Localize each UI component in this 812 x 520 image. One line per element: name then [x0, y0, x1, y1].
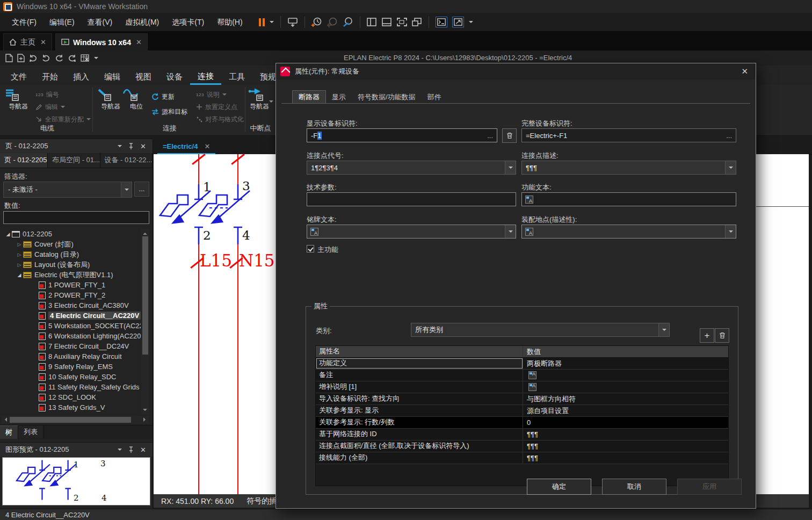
- undo-list-icon[interactable]: [42, 54, 50, 62]
- connection-update-button[interactable]: 更新: [151, 91, 175, 102]
- expander-icon[interactable]: ▷: [16, 242, 23, 247]
- dialog-tab[interactable]: 断路器: [292, 90, 326, 104]
- expander-icon[interactable]: ▷: [16, 252, 23, 257]
- properties-row[interactable]: 关联参考显示: 显示源自项目设置: [316, 405, 728, 417]
- breaker-symbol-f1[interactable]: [154, 176, 282, 251]
- open-page-icon[interactable]: [17, 54, 25, 62]
- tree-item[interactable]: 11 Safety Relay_Safety Grids: [1, 382, 141, 392]
- dock-tab-tree[interactable]: 树: [0, 425, 18, 439]
- tree-item[interactable]: ◢Electric (电气原理图V1.1): [1, 270, 141, 280]
- place-definition-point-button[interactable]: 放置定义点: [196, 102, 237, 112]
- filter-combobox[interactable]: - 未激活 -: [3, 182, 132, 198]
- delete-property-button[interactable]: [715, 328, 729, 343]
- align-format-button[interactable]: 对齐与格式化: [196, 114, 244, 125]
- dialog-close-icon[interactable]: ✕: [741, 67, 748, 76]
- take-snapshot-button[interactable]: [311, 17, 322, 27]
- unity-button[interactable]: [412, 18, 422, 27]
- suspend-button[interactable]: [259, 18, 265, 26]
- conn-desc-combobox[interactable]: ¶¶¶: [521, 161, 736, 175]
- pages-panel-menu-icon[interactable]: [118, 145, 122, 149]
- connection-description-button[interactable]: 123 说明: [196, 89, 227, 100]
- tab-home-close-icon[interactable]: ✕: [40, 38, 46, 46]
- property-name-cell[interactable]: 连接点截面积/直径 (全部,取决于设备标识符导入): [316, 440, 523, 452]
- property-name-cell[interactable]: 导入设备标识符: 查找方向: [316, 393, 523, 405]
- property-value-cell[interactable]: [523, 370, 728, 381]
- tree-item[interactable]: 6 Workstation Lighting(AC220: [1, 331, 141, 341]
- property-name-cell[interactable]: 备注: [316, 370, 523, 381]
- category-combobox[interactable]: 所有类别: [411, 323, 670, 337]
- property-value-cell[interactable]: ¶¶¶: [523, 429, 728, 440]
- ok-button[interactable]: 确定: [527, 479, 591, 495]
- vmware-menu-item[interactable]: 编辑(E): [43, 13, 81, 31]
- properties-row[interactable]: 备注: [316, 370, 728, 381]
- property-value-cell[interactable]: 两极断路器: [523, 358, 728, 369]
- preview-panel-close-icon[interactable]: ✕: [140, 446, 146, 454]
- pages-panel-tab[interactable]: 布局空间 - 01...: [48, 153, 100, 168]
- func-text-input[interactable]: [521, 192, 736, 206]
- show-library-button[interactable]: [367, 18, 377, 27]
- dialog-tab[interactable]: 显示: [326, 91, 352, 104]
- property-name-cell[interactable]: 接线能力 (全部): [316, 452, 523, 464]
- cancel-button[interactable]: 取消: [602, 479, 666, 495]
- engraving-combobox[interactable]: [307, 225, 516, 239]
- revert-snapshot-button[interactable]: [327, 17, 338, 27]
- scroll-down-icon[interactable]: [143, 409, 147, 413]
- tree-item[interactable]: 12 SDC_LOOK: [1, 392, 141, 402]
- tree-item[interactable]: ▷Catalog (目录): [1, 249, 141, 259]
- visible-dt-browse-button[interactable]: ...: [483, 132, 497, 140]
- properties-table[interactable]: 属性名 数值 功能定义两极断路器备注增补说明 [1]导入设备标识符: 查找方向与…: [315, 345, 729, 486]
- full-dt-browse-button[interactable]: ...: [722, 132, 736, 140]
- tree-item[interactable]: 4 Electric Circuit__AC220V: [1, 310, 141, 321]
- new-page-icon[interactable]: [5, 54, 13, 62]
- add-property-button[interactable]: +: [700, 328, 714, 343]
- preview-panel-menu-icon[interactable]: [118, 449, 122, 453]
- tree-item[interactable]: 1 POWER_FTY_1: [1, 280, 141, 290]
- tech-input[interactable]: [307, 192, 516, 206]
- property-value-cell[interactable]: [523, 381, 728, 393]
- properties-row[interactable]: 功能定义两极断路器: [316, 358, 728, 370]
- tree-item[interactable]: 8 Auxiliary Relay Circuit: [1, 351, 141, 362]
- dock-tab-list[interactable]: 列表: [18, 425, 44, 438]
- apply-button[interactable]: 应用: [677, 479, 742, 495]
- tree-item[interactable]: ▷Cover (封面): [1, 239, 141, 249]
- tab-home[interactable]: 主页 ✕: [3, 33, 52, 50]
- insert-table-icon[interactable]: [81, 54, 90, 62]
- vmware-menu-item[interactable]: 查看(V): [81, 13, 119, 31]
- ctrl-alt-del-button[interactable]: [287, 17, 298, 27]
- scroll-up-icon[interactable]: [143, 230, 147, 235]
- tab-electric-4[interactable]: =Electric/4 ✕: [157, 140, 215, 154]
- pages-panel-tab[interactable]: 设备 - 012-22...: [100, 153, 153, 168]
- property-value-cell[interactable]: ¶¶¶: [523, 440, 728, 452]
- graphical-preview[interactable]: 1 3 2 4: [2, 457, 150, 505]
- property-value-cell[interactable]: 0: [523, 417, 728, 428]
- fullscreen-button[interactable]: [397, 18, 407, 27]
- undo-icon[interactable]: [29, 54, 38, 62]
- properties-row[interactable]: 接线能力 (全部)¶¶¶: [316, 452, 728, 464]
- ribbon-tab[interactable]: 编辑: [97, 69, 128, 85]
- cable-reassign-button[interactable]: 全部重新分配: [35, 114, 91, 125]
- tree-vertical-scrollbar[interactable]: [141, 229, 149, 415]
- property-name-cell[interactable]: 关联参考显示: 行数/列数: [316, 417, 523, 428]
- property-name-cell[interactable]: 增补说明 [1]: [316, 381, 523, 393]
- property-value-cell[interactable]: ¶¶¶: [523, 452, 728, 464]
- connection-navigator-button[interactable]: 导航器: [97, 88, 125, 111]
- ribbon-tab[interactable]: 连接: [190, 69, 221, 85]
- preview-panel-pin-icon[interactable]: [128, 446, 134, 453]
- power-dropdown-icon[interactable]: [270, 21, 274, 25]
- tree-item[interactable]: 9 Safety Relay_EMS: [1, 362, 141, 372]
- ribbon-tab[interactable]: 文件: [3, 69, 34, 85]
- redo-list-icon[interactable]: [68, 54, 76, 62]
- property-value-cell[interactable]: 源自项目设置: [523, 405, 728, 416]
- fit-guest-button[interactable]: [452, 17, 464, 27]
- tree-item[interactable]: 5 Workstation_SOCKET(AC220: [1, 321, 141, 331]
- expander-icon[interactable]: ▷: [16, 262, 23, 268]
- dialog-tab[interactable]: 符号数据/功能数据: [352, 91, 422, 104]
- fit-dropdown-icon[interactable]: [469, 21, 473, 25]
- vmware-menu-item[interactable]: 文件(F): [5, 13, 43, 31]
- connection-source-target-button[interactable]: 源和目标: [151, 106, 187, 117]
- pages-panel-close-icon[interactable]: ✕: [140, 142, 146, 150]
- cable-numbering-button[interactable]: 123 编号: [35, 89, 59, 100]
- tab-electric-4-close-icon[interactable]: ✕: [204, 142, 210, 150]
- dialog-titlebar[interactable]: 属性(元件): 常规设备: [276, 63, 756, 80]
- expander-icon[interactable]: ◢: [16, 272, 23, 278]
